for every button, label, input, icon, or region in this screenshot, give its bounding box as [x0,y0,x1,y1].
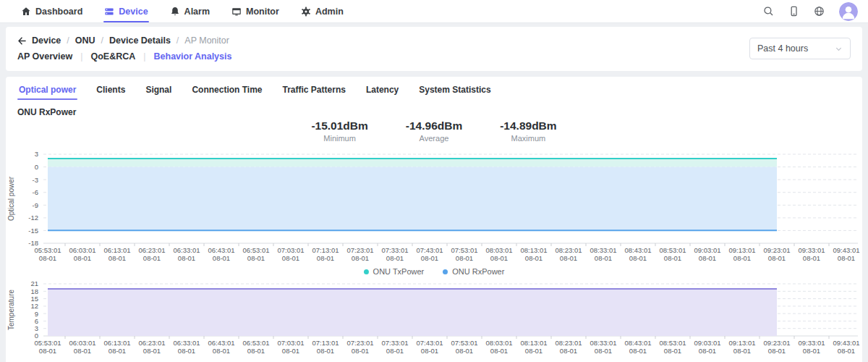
user-avatar[interactable] [839,2,858,21]
stat-maximum: -14.89dBmMaximum [500,119,556,143]
tab-connection-time[interactable]: Connection Time [182,80,272,101]
globe-icon[interactable] [814,6,825,17]
subnav-item-qoe-rca[interactable]: QoE&RCA [90,51,135,62]
svg-text:06:03:01: 06:03:01 [69,339,96,347]
svg-text:08-01: 08-01 [421,347,438,355]
svg-text:09:43:01: 09:43:01 [833,339,860,347]
svg-text:06:33:01: 06:33:01 [174,246,200,254]
subnav-item-behavior-analysis[interactable]: Behavior Analysis [154,51,232,62]
svg-text:08-01: 08-01 [74,347,91,355]
svg-text:08-01: 08-01 [699,347,716,355]
svg-text:08-01: 08-01 [352,347,369,355]
svg-text:07:53:01: 07:53:01 [451,246,478,254]
svg-text:07:33:01: 07:33:01 [382,246,409,254]
svg-text:08-01: 08-01 [456,347,473,355]
tab-traffic-patterns[interactable]: Traffic Patterns [273,80,356,101]
breadcrumb-item-device[interactable]: Device [32,35,61,46]
stat-minimum: -15.01dBmMinimum [311,119,367,143]
temperature-chart: 21181512963005:53:0108-0106:03:0108-0106… [6,280,862,357]
svg-text:08-01: 08-01 [490,254,508,262]
device-icon [104,7,114,17]
nav-item-dashboard[interactable]: Dashboard [10,0,93,22]
search-icon[interactable] [763,6,774,17]
svg-text:Temperature: Temperature [7,289,15,330]
svg-text:08-01: 08-01 [213,254,230,262]
svg-text:08-01: 08-01 [109,347,126,355]
stat-value: -14.96dBm [406,119,462,132]
svg-text:-3: -3 [33,176,38,184]
svg-text:09:03:01: 09:03:01 [694,246,721,254]
nav-item-label: Alarm [184,7,210,17]
svg-text:08:43:01: 08:43:01 [625,339,652,347]
nav-actions [763,2,858,21]
time-range-select[interactable]: Past 4 hours [749,38,851,59]
svg-text:09:33:01: 09:33:01 [799,339,825,347]
svg-text:08-01: 08-01 [768,347,786,355]
svg-text:08-01: 08-01 [803,254,820,262]
svg-text:06:23:01: 06:23:01 [139,339,166,347]
metric-tabs: Optical powerClientsSignalConnection Tim… [6,77,862,101]
svg-text:05:53:01: 05:53:01 [35,339,61,347]
tab-optical-power[interactable]: Optical power [9,80,86,101]
chevron-down-icon [835,45,843,53]
svg-text:05:53:01: 05:53:01 [35,246,61,254]
svg-text:0: 0 [35,163,38,171]
svg-text:06:53:01: 06:53:01 [243,339,270,347]
svg-text:09:23:01: 09:23:01 [764,246,791,254]
svg-text:08-01: 08-01 [386,254,404,262]
nav-item-alarm[interactable]: Alarm [159,0,221,22]
svg-text:-6: -6 [33,188,38,196]
svg-text:-12: -12 [28,214,38,222]
svg-text:07:43:01: 07:43:01 [417,339,443,347]
svg-text:08-01: 08-01 [247,347,265,355]
svg-text:06:03:01: 06:03:01 [69,246,96,254]
nav-item-label: Admin [315,7,344,17]
legend-item-onu-rxpower[interactable]: ONU RxPower [443,267,504,276]
svg-text:08-01: 08-01 [838,347,855,355]
stats-row: -15.01dBmMinimum-14.96dBmAverage-14.89dB… [6,119,862,143]
legend-item-onu-txpower[interactable]: ONU TxPower [364,267,425,276]
breadcrumb-item-onu[interactable]: ONU [75,35,95,46]
svg-text:08-01: 08-01 [525,254,542,262]
svg-text:08-01: 08-01 [39,347,56,355]
svg-text:08-01: 08-01 [178,347,195,355]
tab-latency[interactable]: Latency [356,80,409,101]
tab-clients[interactable]: Clients [86,80,135,101]
svg-text:07:13:01: 07:13:01 [312,339,339,347]
svg-text:07:23:01: 07:23:01 [347,339,374,347]
breadcrumb-item-device-details[interactable]: Device Details [109,35,171,46]
nav-item-label: Device [119,7,148,17]
svg-text:08-01: 08-01 [74,254,91,262]
stat-label: Maximum [500,134,556,143]
svg-text:08:43:01: 08:43:01 [625,246,652,254]
svg-text:08-01: 08-01 [39,254,56,262]
svg-text:09:13:01: 09:13:01 [729,339,756,347]
phone-icon[interactable] [788,6,799,17]
svg-text:06:33:01: 06:33:01 [174,339,200,347]
svg-text:08-01: 08-01 [525,347,542,355]
monitor-icon [231,7,242,17]
svg-text:08-01: 08-01 [178,254,195,262]
svg-text:08:13:01: 08:13:01 [521,246,548,254]
svg-text:08-01: 08-01 [421,254,438,262]
top-navbar: DashboardDeviceAlarmMonitorAdmin [0,0,868,23]
svg-text:08-01: 08-01 [733,347,751,355]
tab-signal[interactable]: Signal [135,80,182,101]
time-range-value: Past 4 hours [757,43,808,54]
nav-item-device[interactable]: Device [93,0,158,22]
svg-text:08:03:01: 08:03:01 [486,339,513,347]
nav-item-admin[interactable]: Admin [290,0,354,22]
nav-item-label: Monitor [246,7,279,17]
svg-text:08:13:01: 08:13:01 [521,339,548,347]
nav-item-monitor[interactable]: Monitor [221,0,290,22]
legend-label: ONU RxPower [452,267,504,276]
svg-text:08-01: 08-01 [143,347,161,355]
chart-section-title: ONU RxPower [6,101,862,117]
legend-dot [364,269,369,274]
svg-text:08-01: 08-01 [699,254,716,262]
tab-system-statistics[interactable]: System Statistics [409,80,501,101]
nav-item-label: Dashboard [35,7,82,17]
subnav-item-ap-overview[interactable]: AP Overview [17,51,72,62]
svg-text:08:33:01: 08:33:01 [590,246,617,254]
back-arrow-icon[interactable] [17,36,27,46]
